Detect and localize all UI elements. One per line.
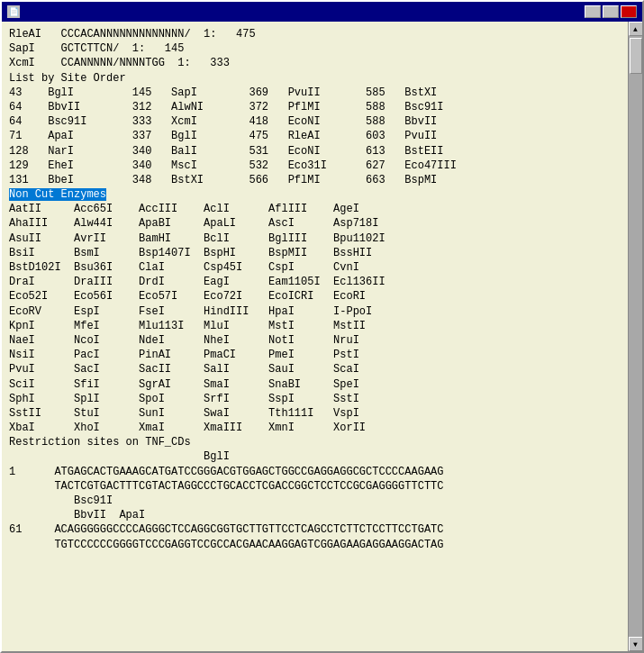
text-line: SstII StuI SunI SwaI Tth111I VspI bbox=[9, 406, 621, 421]
scroll-up-button[interactable]: ▲ bbox=[629, 22, 643, 36]
text-content[interactable]: RleAI CCCACANNNNNNNNNNNNN/ 1: 475SapI GC… bbox=[2, 22, 628, 651]
text-line: XbaI XhoI XmaI XmaIII XmnI XorII bbox=[9, 421, 621, 435]
text-line: Bsc91I bbox=[9, 494, 621, 508]
text-line: BstD102I Bsu36I ClaI Csp45I CspI CvnI bbox=[9, 260, 621, 275]
close-button[interactable] bbox=[621, 5, 637, 18]
title-bar-text: 📄 bbox=[7, 5, 25, 18]
text-line: 71 ApaI 337 BglI 475 RleAI 603 PvuII bbox=[9, 129, 621, 143]
main-window: 📄 RleAI CCCACANNNNNNNNNNNNN/ 1: 475SapI … bbox=[0, 0, 644, 653]
scrollbar: ▲ ▼ bbox=[628, 22, 642, 651]
text-line: XcmI CCANNNNN/NNNNTGG 1: 333 bbox=[9, 56, 621, 70]
text-line: 128 NarI 340 BalI 531 EcoNI 613 BstEII bbox=[9, 144, 621, 159]
text-line: Restriction sites on TNF_CDs bbox=[9, 435, 621, 449]
text-line: 61 ACAGGGGGGCCCCAGGGCTCCAGGCGGTGCTTGTTCC… bbox=[9, 522, 621, 537]
text-line: AsuII AvrII BamHI BclI BglIII Bpu1102I bbox=[9, 231, 621, 246]
text-line: BsiI BsmI Bsp1407I BspHI BspMII BssHII bbox=[9, 246, 621, 260]
text-line: KpnI MfeI Mlu113I MluI MstI MstII bbox=[9, 319, 621, 333]
maximize-button[interactable] bbox=[603, 5, 619, 18]
scroll-thumb[interactable] bbox=[630, 38, 642, 74]
text-line: Eco52I Eco56I Eco57I Eco72I EcoICRI EcoR… bbox=[9, 289, 621, 304]
non-cut-enzymes-header: Non Cut Enzymes bbox=[9, 188, 106, 201]
text-line: Non Cut Enzymes bbox=[9, 187, 621, 202]
text-line: PvuI SacI SacII SalI SauI ScaI bbox=[9, 362, 621, 376]
title-controls bbox=[585, 5, 637, 18]
title-bar: 📄 bbox=[2, 2, 642, 22]
text-line: 129 EheI 340 MscI 532 Eco31I 627 Eco47II… bbox=[9, 159, 621, 173]
text-line: BbvII ApaI bbox=[9, 508, 621, 522]
minimize-button[interactable] bbox=[585, 5, 601, 18]
text-line: EcoRV EspI FseI HindIII HpaI I-PpoI bbox=[9, 304, 621, 319]
text-line: TACTCGTGACTTTCGTACTAGGCCCTGCACCTCGACCGGC… bbox=[9, 479, 621, 494]
text-line: 64 BbvII 312 AlwNI 372 PflMI 588 Bsc91I bbox=[9, 100, 621, 114]
text-line: SciI SfiI SgrAI SmaI SnaBI SpeI bbox=[9, 377, 621, 392]
window-icon: 📄 bbox=[7, 5, 20, 18]
text-line: AatII Acc65I AccIII AclI AflIII AgeI bbox=[9, 202, 621, 216]
text-line: 131 BbeI 348 BstXI 566 PflMI 663 BspMI bbox=[9, 173, 621, 187]
content-area: RleAI CCCACANNNNNNNNNNNNN/ 1: 475SapI GC… bbox=[2, 22, 642, 651]
text-line: NsiI PacI PinAI PmaCI PmeI PstI bbox=[9, 348, 621, 362]
text-line: AhaIII Alw44I ApaBI ApaLI AscI Asp718I bbox=[9, 216, 621, 231]
scroll-down-button[interactable]: ▼ bbox=[629, 637, 643, 651]
scroll-track[interactable] bbox=[629, 36, 642, 637]
text-line: BglI bbox=[9, 449, 621, 464]
text-line: TGTCCCCCCGGGGTCCCGAGGTCCGCCACGAACAAGGAGT… bbox=[9, 538, 621, 552]
text-line: 1 ATGAGCACTGAAAGCATGATCCGGGACGTGGAGCTGGC… bbox=[9, 465, 621, 479]
text-line: DraI DraIII DrdI EagI Eam1105I Ecl136II bbox=[9, 275, 621, 289]
text-line: 43 BglI 145 SapI 369 PvuII 585 BstXI bbox=[9, 86, 621, 100]
text-line: SapI GCTCTTCN/ 1: 145 bbox=[9, 41, 621, 56]
text-line: 64 Bsc91I 333 XcmI 418 EcoNI 588 BbvII bbox=[9, 114, 621, 129]
text-line: List by Site Order bbox=[9, 71, 621, 86]
text-line: SphI SplI SpoI SrfI SspI SstI bbox=[9, 392, 621, 406]
text-line: RleAI CCCACANNNNNNNNNNNNN/ 1: 475 bbox=[9, 27, 621, 41]
text-line: NaeI NcoI NdeI NheI NotI NruI bbox=[9, 333, 621, 348]
